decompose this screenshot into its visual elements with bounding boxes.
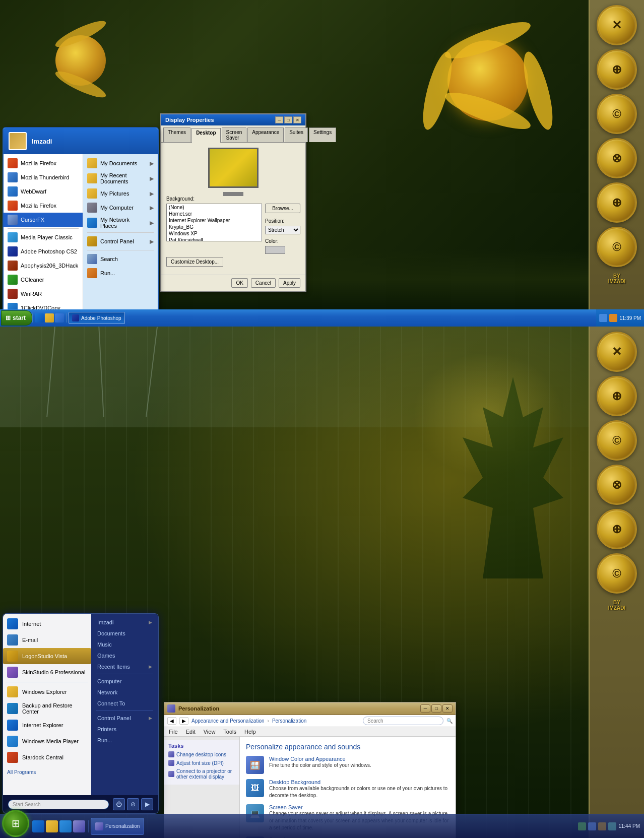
gold-icon-4[interactable]: ⊗ [597,138,637,178]
vmenu-stardock[interactable]: Stardock Central [3,749,91,765]
forward-button[interactable]: ▶ [179,717,188,725]
menu-item-firefox[interactable]: Mozilla Firefox [4,156,83,170]
tab-screensaver[interactable]: Screen Saver [222,127,247,142]
persona-window-color[interactable]: 🪟 Window Color and Appearance Fine tune … [246,756,449,774]
vmenu-r-documents[interactable]: Documents [93,628,156,639]
vista-start-button[interactable]: ⊞ [2,810,29,837]
vmenu-internet[interactable]: Internet [3,616,91,632]
taskbar-photoshop[interactable]: Adobe Photoshop [69,312,125,324]
bg-krypto[interactable]: Krypto_BG [167,224,262,230]
bg-winxp[interactable]: Windows XP [167,230,262,237]
tab-suites[interactable]: Suites [285,127,308,142]
vista-tray-4[interactable] [608,822,616,830]
menu-item-mediaplayer[interactable]: Media Player Classic [4,230,83,244]
window-maximize-button[interactable]: □ [431,704,441,713]
menu-item-myrecent[interactable]: My Recent Documents ▶ [83,170,158,186]
menu-item-run[interactable]: Run... [83,266,158,280]
vmenu-explorer[interactable]: Windows Explorer [3,684,91,700]
vmenu-ie[interactable]: Internet Explorer [3,717,91,733]
maximize-button[interactable]: □ [284,116,292,123]
menu-item-winrar[interactable]: WinRAR [4,287,83,301]
ql-media-icon[interactable] [55,313,64,323]
vmenu-r-controlpanel[interactable]: Control Panel ▶ [93,713,156,724]
screen-saver-title[interactable]: Screen Saver [269,804,449,810]
tab-themes[interactable]: Themes [163,127,190,142]
gold-icon-b2[interactable]: ⊕ [597,376,637,416]
menu-item-ccleaner[interactable]: CCleaner [4,273,83,287]
persona-desktop-bg[interactable]: 🖼 Desktop Background Choose from availab… [246,779,449,799]
gold-icon-6[interactable]: © [597,227,637,267]
tab-desktop[interactable]: Desktop [191,128,220,143]
gold-icon-5[interactable]: ⊕ [597,182,637,223]
vmenu-skinstudio[interactable]: SkinStudio 6 Professional [3,664,91,680]
vista-taskbar-personalization[interactable]: Personalization [91,818,144,835]
customize-desktop-button[interactable]: Customize Desktop... [166,257,223,267]
tray-icon-1[interactable] [599,314,607,322]
breadcrumb-appearance[interactable]: Appearance and Personalization [191,718,265,724]
vmenu-r-network[interactable]: Network [93,687,156,698]
vmenu-logonstudio[interactable]: LogonStudio Vista [3,648,91,664]
gold-icon-1[interactable]: ✕ [597,5,637,45]
window-search-input[interactable] [363,717,443,725]
vista-ql-media[interactable] [59,820,72,832]
menu-file[interactable]: File [167,728,179,735]
task-desktop-icons[interactable]: Change desktop icons [168,751,235,758]
tray-icon-2[interactable] [609,314,617,322]
vmenu-mediaplayer[interactable]: Windows Media Player [3,733,91,749]
menu-item-mynetwork[interactable]: My Network Places ▶ [83,215,158,231]
gold-icon-b5[interactable]: ⊕ [597,509,637,549]
gold-icon-b3[interactable]: © [597,420,637,461]
menu-edit[interactable]: Edit [184,728,197,735]
position-select[interactable]: Stretch Tile Center [265,226,300,234]
gold-icon-b6[interactable]: © [597,553,637,594]
menu-item-thunderbird[interactable]: Mozilla Thunderbird [4,170,83,184]
desktop-bg-title[interactable]: Desktop Background [269,779,449,785]
gold-icon-b1[interactable]: ✕ [597,332,637,372]
menu-view[interactable]: View [202,728,217,735]
vista-tray-3[interactable] [598,822,606,830]
tab-settings[interactable]: Settings [309,127,336,142]
cancel-button[interactable]: Cancel [251,278,276,288]
menu-item-controlpanel[interactable]: Control Panel ▶ [83,234,158,248]
bg-pat[interactable]: Pat Kincaidwall [167,237,262,241]
vista-ql-extra[interactable] [73,820,85,832]
vmenu-r-imzadi[interactable]: Imzadi ▶ [93,617,156,628]
bg-ie-wallpaper[interactable]: Internet Explorer Wallpaper [167,217,262,224]
vista-search-bar[interactable]: Start Search [8,800,109,809]
menu-item-firefox2[interactable]: Mozilla Firefox [4,199,83,213]
vista-arrow-button[interactable]: ▶ [141,798,153,810]
search-submit-button[interactable]: 🔍 [446,718,453,724]
breadcrumb-personalization[interactable]: Personalization [272,718,306,724]
vista-tray-1[interactable] [578,822,586,830]
bg-hornet[interactable]: Hornet.scr [167,211,262,217]
menu-help[interactable]: Help [243,728,257,735]
apply-button[interactable]: Apply [279,278,300,288]
vista-lock-button[interactable]: ⊘ [127,798,139,810]
vmenu-r-connectto[interactable]: Connect To [93,698,156,709]
vmenu-r-recent[interactable]: Recent Items ▶ [93,661,156,672]
window-color-title[interactable]: Window Color and Appearance [269,756,371,762]
xp-start-button[interactable]: ⊞ start [1,310,32,326]
all-programs-vista-btn[interactable]: All Programs [3,767,91,777]
menu-item-mydocs[interactable]: My Documents ▶ [83,156,158,170]
ok-button[interactable]: OK [231,278,247,288]
window-close-button[interactable]: ✕ [442,704,453,713]
gold-icon-2[interactable]: ⊕ [597,49,637,90]
ql-ie-icon[interactable] [35,313,44,323]
tab-appearance[interactable]: Appearance [247,127,284,142]
gold-icon-b4[interactable]: ⊗ [597,465,637,505]
menu-item-apophysis[interactable]: Apophysis206_3DHack [4,259,83,273]
task-projector[interactable]: Connect to a projector or other external… [168,768,235,780]
menu-item-search[interactable]: Search [83,252,158,266]
vmenu-r-music[interactable]: Music [93,639,156,650]
vmenu-r-computer[interactable]: Computer [93,676,156,687]
window-minimize-button[interactable]: ─ [420,704,430,713]
task-font-size[interactable]: Adjust font size (DPI) [168,759,235,766]
menu-item-cursorfx[interactable]: CursorFX [4,213,83,227]
vmenu-email[interactable]: E-mail [3,632,91,648]
vista-ql-folder[interactable] [46,820,58,832]
vista-ql-ie[interactable] [32,820,44,832]
menu-tools[interactable]: Tools [222,728,238,735]
vmenu-r-run[interactable]: Run... [93,735,156,746]
bg-none[interactable]: (None) [167,204,262,211]
